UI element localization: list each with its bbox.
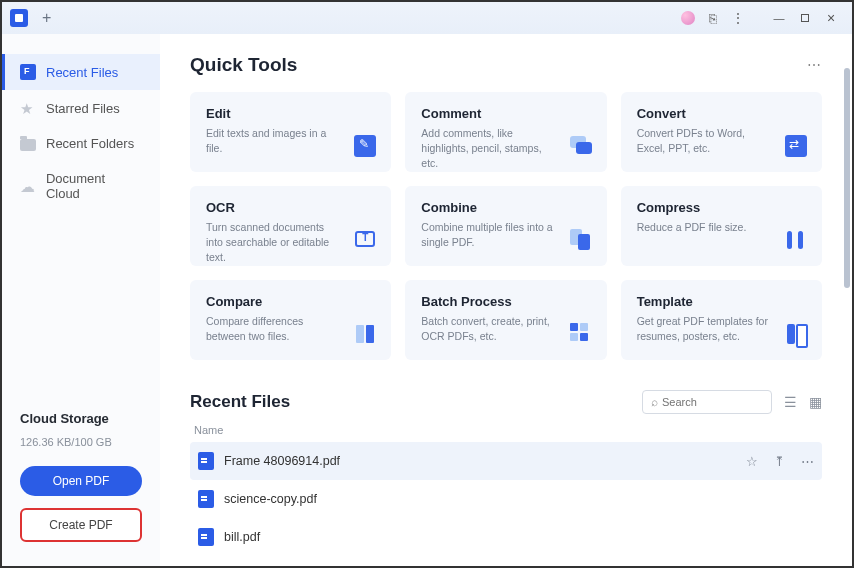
- pdf-file-icon: [198, 490, 214, 508]
- card-desc: Turn scanned documents into searchable o…: [206, 220, 341, 266]
- compress-icon: [785, 229, 807, 251]
- pdf-file-icon: [198, 528, 214, 546]
- file-row[interactable]: Frame 48096914.pdf ☆ ⤒ ⋯: [190, 442, 822, 480]
- upload-icon[interactable]: ⤒: [774, 454, 785, 469]
- sidebar-item-document-cloud[interactable]: ☁ Document Cloud: [2, 161, 160, 211]
- window-close-button[interactable]: ×: [818, 8, 844, 28]
- recent-files-title: Recent Files: [190, 392, 290, 412]
- card-desc: Batch convert, create, print, OCR PDFs, …: [421, 314, 556, 344]
- edit-icon: [354, 135, 376, 157]
- card-title: Comment: [421, 106, 590, 121]
- main-content: Quick Tools ⋯ Edit Edit texts and images…: [160, 34, 852, 566]
- cloud-storage-title: Cloud Storage: [20, 411, 142, 426]
- card-title: OCR: [206, 200, 375, 215]
- card-desc: Combine multiple files into a single PDF…: [421, 220, 556, 250]
- template-icon: [785, 323, 807, 345]
- scrollbar[interactable]: [844, 34, 850, 566]
- card-title: Template: [637, 294, 806, 309]
- card-title: Compress: [637, 200, 806, 215]
- new-tab-button[interactable]: +: [42, 9, 51, 27]
- cloud-icon: ☁: [20, 178, 36, 194]
- card-batch-process[interactable]: Batch Process Batch convert, create, pri…: [405, 280, 606, 360]
- star-icon[interactable]: ☆: [746, 454, 758, 469]
- quick-tools-overflow-icon[interactable]: ⋯: [807, 57, 822, 73]
- ocr-icon: [355, 231, 375, 247]
- create-pdf-button[interactable]: Create PDF: [20, 508, 142, 542]
- card-title: Combine: [421, 200, 590, 215]
- card-desc: Reduce a PDF file size.: [637, 220, 772, 235]
- sidebar-item-recent-files[interactable]: Recent Files: [2, 54, 160, 90]
- batch-icon: [570, 323, 592, 345]
- card-desc: Compare differences between two files.: [206, 314, 341, 344]
- pdf-file-icon: [198, 452, 214, 470]
- card-desc: Get great PDF templates for resumes, pos…: [637, 314, 772, 344]
- search-box[interactable]: ⌕: [642, 390, 772, 414]
- window-minimize-button[interactable]: —: [766, 8, 792, 28]
- view-grid-icon[interactable]: ▦: [809, 394, 822, 410]
- card-desc: Convert PDFs to Word, Excel, PPT, etc.: [637, 126, 772, 156]
- file-row[interactable]: bill.pdf: [190, 518, 822, 556]
- card-title: Compare: [206, 294, 375, 309]
- folder-icon: [20, 139, 36, 151]
- app-logo-icon: [10, 9, 28, 27]
- scrollbar-thumb[interactable]: [844, 68, 850, 288]
- card-title: Convert: [637, 106, 806, 121]
- column-header-name: Name: [190, 424, 822, 436]
- sidebar-item-label: Document Cloud: [46, 171, 142, 201]
- file-name: Frame 48096914.pdf: [224, 454, 736, 468]
- card-convert[interactable]: Convert Convert PDFs to Word, Excel, PPT…: [621, 92, 822, 172]
- convert-icon: [785, 135, 807, 157]
- quick-tools-title: Quick Tools: [190, 54, 297, 76]
- sidebar-item-label: Recent Files: [46, 65, 118, 80]
- view-list-icon[interactable]: ☰: [784, 394, 797, 410]
- card-desc: Add comments, like highlights, pencil, s…: [421, 126, 556, 172]
- sidebar-item-label: Recent Folders: [46, 136, 134, 151]
- file-icon: [20, 64, 36, 80]
- sidebar-item-starred-files[interactable]: ★ Starred Files: [2, 90, 160, 126]
- share-icon[interactable]: ⎘: [709, 11, 717, 26]
- card-compare[interactable]: Compare Compare differences between two …: [190, 280, 391, 360]
- card-edit[interactable]: Edit Edit texts and images in a file.: [190, 92, 391, 172]
- card-combine[interactable]: Combine Combine multiple files into a si…: [405, 186, 606, 266]
- file-name: bill.pdf: [224, 530, 804, 544]
- sidebar-item-recent-folders[interactable]: Recent Folders: [2, 126, 160, 161]
- card-desc: Edit texts and images in a file.: [206, 126, 341, 156]
- file-name: science-copy.pdf: [224, 492, 804, 506]
- sidebar-item-label: Starred Files: [46, 101, 120, 116]
- combine-icon: [570, 229, 592, 251]
- comment-icon: [570, 135, 592, 157]
- menu-overflow-icon[interactable]: ⋮: [731, 10, 744, 26]
- profile-avatar-icon[interactable]: [681, 11, 695, 25]
- card-title: Edit: [206, 106, 375, 121]
- card-ocr[interactable]: OCR Turn scanned documents into searchab…: [190, 186, 391, 266]
- cloud-storage-usage: 126.36 KB/100 GB: [20, 436, 142, 448]
- card-compress[interactable]: Compress Reduce a PDF file size.: [621, 186, 822, 266]
- card-title: Batch Process: [421, 294, 590, 309]
- star-icon: ★: [20, 100, 36, 116]
- more-icon[interactable]: ⋯: [801, 454, 814, 469]
- card-template[interactable]: Template Get great PDF templates for res…: [621, 280, 822, 360]
- sidebar: Recent Files ★ Starred Files Recent Fold…: [2, 34, 160, 566]
- search-input[interactable]: [662, 396, 763, 408]
- window-maximize-button[interactable]: [792, 8, 818, 28]
- open-pdf-button[interactable]: Open PDF: [20, 466, 142, 496]
- card-comment[interactable]: Comment Add comments, like highlights, p…: [405, 92, 606, 172]
- search-icon: ⌕: [651, 395, 658, 409]
- quick-tools-grid: Edit Edit texts and images in a file. Co…: [190, 92, 822, 360]
- file-row[interactable]: science-copy.pdf: [190, 480, 822, 518]
- compare-icon: [354, 323, 376, 345]
- titlebar: + ⎘ ⋮ — ×: [2, 2, 852, 34]
